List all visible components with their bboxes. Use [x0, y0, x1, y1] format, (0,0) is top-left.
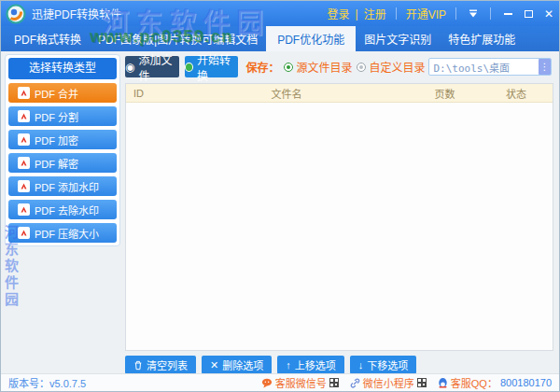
sidebar-item-pdf-add-watermark[interactable]: PDF 添加水印 — [8, 176, 117, 196]
file-list-table: ID 文件名 页数 状态 — [125, 83, 553, 351]
sidebar-item-pdf-split[interactable]: PDF 分割 — [8, 106, 117, 126]
register-link[interactable]: 注册 — [361, 6, 389, 21]
sidebar-item-pdf-encrypt[interactable]: PDF 加密 — [8, 130, 117, 149]
pdf-file-icon — [18, 203, 30, 216]
pdf-file-icon — [18, 180, 30, 192]
move-down-label: 下移选项 — [367, 357, 408, 372]
minimize-button[interactable] — [497, 1, 518, 26]
sidebar-item-pdf-decrypt[interactable]: PDF 解密 — [8, 153, 117, 173]
move-down-button[interactable]: ↓ 下移选项 — [350, 356, 417, 374]
tab-pdf-optimize[interactable]: PDF优化功能 — [266, 26, 356, 51]
sidebar-item-pdf-merge[interactable]: PDF 合并 — [8, 83, 117, 103]
start-convert-label: 开始转换 — [197, 51, 238, 83]
sidebar-item-label: PDF 去除水印 — [35, 203, 99, 217]
radio-selected-icon — [284, 63, 293, 72]
column-header-id: ID — [126, 88, 163, 99]
list-action-bar: 清空列表 ✕ 删除选项 ↑ 上移选项 ↓ 下移选项 — [125, 356, 416, 374]
toolbar: ◉ 添加文件 开始转换 保存： 源文件目录 自定义目录 ⋮ — [125, 56, 552, 77]
tab-pdf-image-to-editable[interactable]: PDF图象版|图片转换可编辑文档 — [90, 26, 266, 51]
vip-link[interactable]: 开通VIP — [403, 6, 449, 21]
radio-unselected-icon — [357, 63, 366, 72]
main-tab-bar: PDF格式转换 PDF图象版|图片转换可编辑文档 PDF优化功能 图片文字识别 … — [1, 26, 559, 51]
titlebar-separator — [490, 7, 491, 20]
add-file-label: 添加文件 — [138, 51, 178, 83]
wechat-contact: 客服微信号 — [261, 375, 339, 390]
pdf-file-icon — [18, 157, 30, 169]
browse-folder-button[interactable]: ⋮ — [539, 59, 551, 75]
sidebar-header: 选择转换类型 — [8, 58, 117, 79]
qq-number: 800180170 — [500, 377, 552, 388]
sidebar-item-pdf-remove-watermark[interactable]: PDF 去除水印 — [8, 200, 117, 219]
clear-list-button[interactable]: 清空列表 — [125, 356, 196, 374]
sidebar-item-pdf-compress[interactable]: PDF 压缩大小 — [8, 223, 117, 243]
radio-custom-directory[interactable]: 自定义目录 — [357, 59, 425, 75]
table-header-row: ID 文件名 页数 状态 — [126, 84, 553, 103]
wechat-qr-icon — [329, 378, 339, 387]
pdf-file-icon — [18, 87, 30, 99]
column-header-filename: 文件名 — [163, 86, 410, 101]
delete-selected-label: 删除选项 — [222, 357, 263, 372]
skin-menu-icon[interactable] — [463, 1, 483, 26]
wechat-label: 客服微信号 — [275, 375, 327, 390]
version-text: 版本号：v5.0.7.5 — [8, 375, 86, 390]
status-bar: 版本号：v5.0.7.5 客服微信号 微信小程序 — [1, 373, 559, 391]
delete-selected-button[interactable]: ✕ 删除选项 — [202, 356, 272, 374]
tab-pdf-format-convert[interactable]: PDF格式转换 — [6, 26, 90, 51]
delete-icon: ✕ — [210, 360, 218, 371]
radio-source-label: 源文件目录 — [296, 59, 352, 75]
sidebar-item-label: PDF 加密 — [35, 133, 78, 147]
radio-source-directory[interactable]: 源文件目录 — [284, 59, 352, 75]
radio-custom-label: 自定义目录 — [369, 59, 425, 75]
start-convert-icon — [185, 63, 193, 72]
sidebar-item-label: PDF 分割 — [35, 109, 78, 124]
link-icon — [350, 378, 360, 388]
miniprogram-qr-icon — [417, 378, 427, 387]
qq-penguin-icon — [438, 377, 448, 388]
convert-type-sidebar: 选择转换类型 PDF 合并 PDF 分割 PDF 加密 PDF 解密 PDF 添… — [5, 54, 120, 246]
pdf-file-icon — [18, 133, 30, 146]
table-body-empty[interactable] — [126, 103, 553, 351]
titlebar-separator — [396, 7, 397, 20]
sidebar-item-label: PDF 添加水印 — [35, 179, 99, 194]
app-logo-icon — [6, 4, 26, 24]
login-link[interactable]: 登录 — [325, 6, 353, 21]
qq-label: 客服QQ： — [451, 375, 497, 390]
app-window: 迅捷PDF转换软件 登录 | 注册 开通VIP ✕ PDF格式转换 PDF图象版… — [0, 0, 560, 392]
arrow-down-icon: ↓ — [358, 360, 364, 371]
column-header-pages: 页数 — [410, 86, 480, 101]
arrow-up-icon: ↑ — [286, 360, 291, 371]
tab-image-ocr[interactable]: 图片文字识别 — [356, 26, 440, 51]
add-file-button[interactable]: ◉ 添加文件 — [125, 56, 179, 77]
close-button[interactable]: ✕ — [539, 1, 559, 26]
titlebar-separator — [455, 7, 456, 20]
title-bar: 迅捷PDF转换软件 登录 | 注册 开通VIP ✕ — [1, 1, 559, 26]
tab-special-extensions[interactable]: 特色扩展功能 — [440, 26, 524, 51]
wechat-bubble-icon — [261, 378, 273, 388]
move-up-button[interactable]: ↑ 上移选项 — [277, 356, 344, 374]
miniprogram-label: 微信小程序 — [363, 375, 414, 390]
pdf-file-icon — [18, 227, 30, 239]
move-up-label: 上移选项 — [295, 357, 336, 372]
sidebar-item-label: PDF 合并 — [35, 86, 78, 101]
output-path-field-wrap: ⋮ — [428, 58, 552, 76]
miniprogram-contact: 微信小程序 — [350, 375, 427, 390]
output-path-input[interactable] — [428, 58, 552, 76]
add-file-icon: ◉ — [125, 62, 134, 73]
trash-icon — [133, 360, 143, 371]
sidebar-item-label: PDF 解密 — [35, 156, 78, 171]
column-header-status: 状态 — [480, 86, 553, 101]
login-register-divider: | — [353, 7, 361, 21]
maximize-button[interactable] — [518, 1, 539, 26]
app-title: 迅捷PDF转换软件 — [32, 6, 121, 21]
pdf-file-icon — [18, 110, 30, 122]
save-label: 保存： — [245, 59, 279, 75]
qq-contact: 客服QQ： 800180170 — [438, 375, 552, 390]
sidebar-item-label: PDF 压缩大小 — [35, 226, 99, 241]
start-convert-button[interactable]: 开始转换 — [185, 56, 239, 77]
clear-list-label: 清空列表 — [147, 357, 188, 372]
